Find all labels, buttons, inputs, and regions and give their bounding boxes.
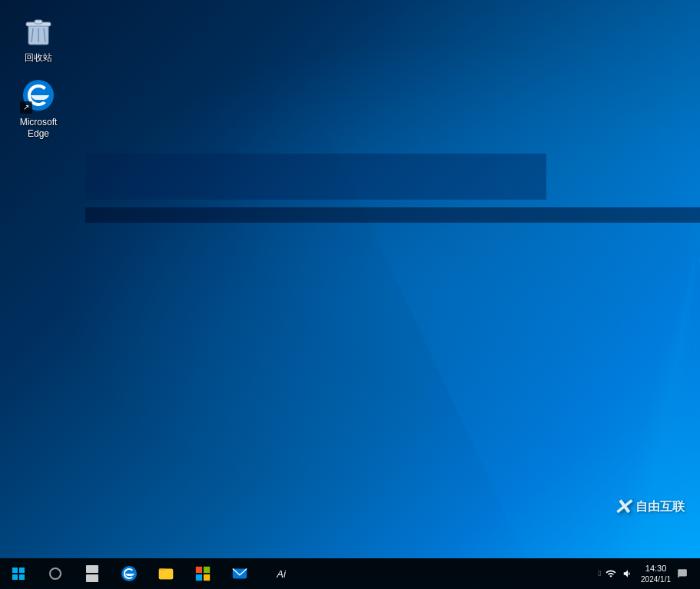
cortana-search-button[interactable] [37,558,74,589]
task-view-icon [86,565,98,582]
system-clock[interactable]: 14:30 2024/1/1 [638,563,674,584]
edge-image: ↗ [20,77,57,114]
taskbar: Ai  14:30 2024/1/1 [0,558,700,589]
edge-label-line1: Microsoft [20,117,58,129]
taskbar-edge-button[interactable] [111,558,148,589]
desktop: 回收站 ↗ Microsoft Edge ✕ 自由互联 [0,0,700,558]
desktop-icons-container: 回收站 ↗ Microsoft Edge [0,0,77,156]
network-icon [605,568,616,579]
watermark-text: 自由互联 [635,499,685,515]
svg-rect-13 [196,574,202,581]
recycle-bin-label: 回收站 [25,52,52,65]
notification-center-icon[interactable] [677,568,688,579]
notification-area:  14:30 2024/1/1 [592,563,694,584]
taskbar-file-explorer-icon [158,565,174,582]
clock-time: 14:30 [641,563,671,574]
taskbar-edge-icon [121,565,138,582]
svg-rect-11 [196,567,202,573]
svg-rect-14 [204,574,210,581]
svg-rect-10 [159,570,173,579]
taskbar-store-button[interactable] [184,558,221,589]
clock-date: 2024/1/1 [641,574,671,584]
taskbar-file-explorer-button[interactable] [148,558,184,589]
recycle-bin-image [20,12,57,49]
watermark: ✕ 自由互联 [613,495,685,520]
recycle-bin-svg [22,15,55,47]
start-button[interactable] [0,558,37,589]
task-view-button[interactable] [74,558,111,589]
watermark-symbol: ✕ [613,495,631,520]
volume-icon [622,568,633,579]
svg-rect-12 [204,567,210,573]
windows-logo-icon [12,567,25,580]
taskbar-ai-button[interactable]: Ai [258,558,304,589]
taskbar-store-icon [194,565,211,582]
microsoft-edge-icon[interactable]: ↗ Microsoft Edge [8,72,69,145]
svg-rect-2 [35,20,42,24]
shortcut-arrow: ↗ [20,101,32,114]
recycle-bin-icon[interactable]: 回收站 [8,8,69,69]
system-tray:  14:30 2024/1/1 [592,563,700,584]
edge-label-line2: Edge [28,128,49,141]
taskbar-ai-label: Ai [277,568,286,580]
taskbar-mail-button[interactable] [221,558,258,589]
cortana-icon [49,567,61,580]
taskbar-mail-icon [231,565,248,582]
tray-expand-icon[interactable]:  [598,569,601,577]
wallpaper-worldmap [0,0,700,558]
